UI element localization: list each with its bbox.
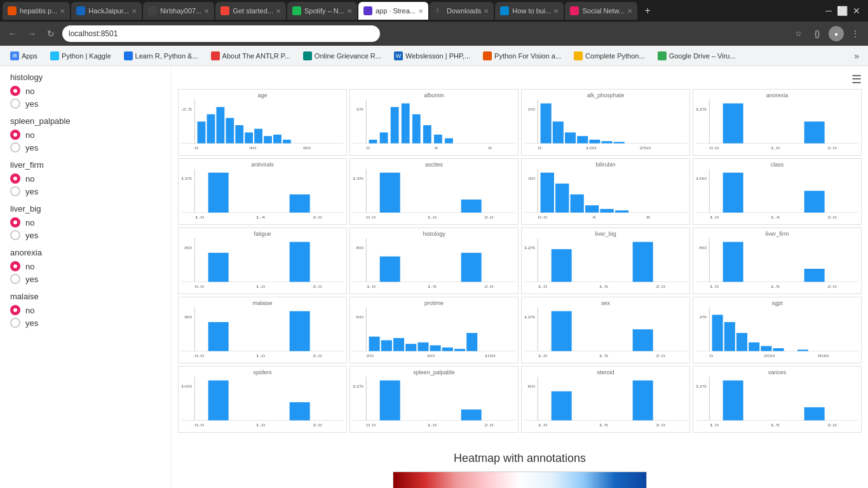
tab-bar: hepatitis p... ✕ HackJaipur... ✕ Nirbhay… bbox=[0, 0, 868, 22]
histogram-grid: age 0 40 80 12.5 bbox=[178, 89, 862, 433]
malaise-no-radio[interactable] bbox=[10, 305, 20, 315]
svg-rect-131 bbox=[393, 338, 404, 351]
histogram-varices-title: varices bbox=[696, 369, 858, 376]
liver-big-no-option[interactable]: no bbox=[10, 217, 161, 227]
tab-6[interactable]: app · Strea... ✕ bbox=[358, 2, 428, 20]
bookmark-antlr[interactable]: About The ANTLR P... bbox=[206, 50, 295, 62]
histogram-malaise-chart: 0.0 1.0 2.0 80 bbox=[181, 308, 344, 358]
anorexia-label: anorexia bbox=[10, 248, 161, 257]
histology-no-option[interactable]: no bbox=[10, 86, 161, 96]
liver-big-yes-radio[interactable] bbox=[10, 230, 20, 240]
svg-text:8: 8 bbox=[646, 215, 650, 219]
histogram-alk-phosphate-chart: 0 100 250 20 bbox=[524, 100, 687, 151]
close-button[interactable]: ✕ bbox=[853, 6, 860, 16]
svg-text:1.0: 1.0 bbox=[709, 215, 719, 219]
histogram-liver-firm-title: liver_firm bbox=[696, 231, 858, 237]
tab-9-label: Social Netw... bbox=[582, 7, 625, 15]
histogram-steroid-title: steroid bbox=[524, 369, 687, 376]
liver-firm-yes-option[interactable]: yes bbox=[10, 186, 161, 196]
bookmark-learnr[interactable]: Learn R, Python &... bbox=[119, 50, 203, 62]
back-button[interactable]: ← bbox=[5, 26, 20, 41]
bookmarks-more-button[interactable]: » bbox=[850, 50, 863, 62]
spleen-palpable-no-radio[interactable] bbox=[10, 130, 20, 140]
liver-firm-yes-radio[interactable] bbox=[10, 186, 20, 196]
spleen-palpable-yes-option[interactable]: yes bbox=[10, 142, 161, 152]
histology-yes-option[interactable]: yes bbox=[10, 98, 161, 109]
anorexia-no-option[interactable]: no bbox=[10, 261, 161, 271]
tab-6-close[interactable]: ✕ bbox=[418, 8, 423, 15]
anorexia-yes-radio[interactable] bbox=[10, 274, 20, 284]
hamburger-menu-icon[interactable]: ☰ bbox=[851, 72, 862, 86]
forward-button[interactable]: → bbox=[24, 26, 39, 41]
tab-5[interactable]: Spotify – N... ✕ bbox=[287, 2, 357, 20]
tab-4-close[interactable]: ✕ bbox=[276, 8, 281, 15]
bookmark-antlr-label: About The ANTLR P... bbox=[222, 52, 290, 60]
tab-9[interactable]: Social Netw... ✕ bbox=[565, 2, 637, 20]
malaise-no-option[interactable]: no bbox=[10, 305, 161, 315]
refresh-button[interactable]: ↻ bbox=[43, 26, 58, 41]
bookmark-python-vision[interactable]: Python For Vision a... bbox=[478, 50, 566, 62]
svg-rect-70 bbox=[555, 184, 569, 213]
bookmark-webslesson[interactable]: W Webslesson | PHP,... bbox=[389, 50, 475, 62]
bookmark-kaggle[interactable]: Python | Kaggle bbox=[45, 50, 116, 62]
svg-text:30: 30 bbox=[527, 177, 535, 181]
bookmark-complete-python[interactable]: Complete Python... bbox=[569, 50, 650, 62]
tab-8-close[interactable]: ✕ bbox=[553, 8, 559, 15]
url-input[interactable]: localhost:8501 bbox=[62, 25, 380, 42]
histogram-antivirals-chart: 1.0 1.4 2.0 125 bbox=[181, 169, 344, 220]
tab-5-close[interactable]: ✕ bbox=[347, 8, 352, 15]
tab-9-close[interactable]: ✕ bbox=[627, 8, 632, 15]
tab-8[interactable]: How to bui... ✕ bbox=[495, 2, 564, 20]
svg-rect-153 bbox=[724, 322, 735, 351]
tab-1[interactable]: hepatitis p... ✕ bbox=[3, 2, 70, 20]
minimize-button[interactable]: ─ bbox=[825, 6, 832, 16]
histogram-ascites-chart: 0.0 1.0 2.0 135 bbox=[353, 169, 515, 220]
histogram-spiders: spiders 0.0 1.0 2.0 100 bbox=[178, 366, 347, 433]
bookmark-gdrive[interactable]: Google Drive – Viru... bbox=[653, 50, 741, 62]
bookmark-grievance[interactable]: Online Grievance R... bbox=[298, 50, 386, 62]
bookmark-apps[interactable]: ⊞ Apps bbox=[5, 50, 43, 62]
svg-rect-129 bbox=[369, 337, 380, 351]
liver-big-no-radio[interactable] bbox=[10, 217, 20, 227]
liver-firm-no-option[interactable]: no bbox=[10, 173, 161, 184]
extension-icon[interactable]: {} bbox=[810, 26, 825, 41]
svg-rect-173 bbox=[380, 381, 400, 421]
histology-no-radio[interactable] bbox=[10, 86, 20, 96]
bookmark-learnr-label: Learn R, Python &... bbox=[135, 52, 198, 60]
spleen-palpable-yes-radio[interactable] bbox=[10, 142, 20, 152]
tab-2-close[interactable]: ✕ bbox=[132, 8, 137, 15]
tab-2[interactable]: HackJaipur... ✕ bbox=[71, 2, 142, 20]
anorexia-no-radio[interactable] bbox=[10, 261, 20, 271]
histogram-fatigue-chart: 0.0 1.0 2.0 80 bbox=[181, 238, 344, 289]
bookmark-star-icon[interactable]: ☆ bbox=[790, 26, 806, 41]
svg-text:100: 100 bbox=[696, 177, 707, 181]
histogram-albumin-chart: 0 4 6 25 bbox=[353, 100, 515, 151]
liver-big-yes-option[interactable]: yes bbox=[10, 230, 161, 240]
histology-yes-radio[interactable] bbox=[10, 98, 20, 109]
histogram-protime-title: protime bbox=[353, 300, 515, 306]
histogram-protime-chart: 20 60 100 60 bbox=[353, 308, 515, 358]
malaise-yes-option[interactable]: yes bbox=[10, 318, 161, 328]
anorexia-yes-option[interactable]: yes bbox=[10, 274, 161, 284]
liver-firm-no-radio[interactable] bbox=[10, 173, 20, 184]
tab-7-close[interactable]: ✕ bbox=[484, 8, 489, 15]
svg-text:12.5: 12.5 bbox=[181, 107, 192, 112]
menu-icon[interactable]: ⋮ bbox=[848, 26, 863, 41]
new-tab-button[interactable]: + bbox=[639, 2, 656, 20]
svg-text:1.4: 1.4 bbox=[770, 215, 780, 219]
liver-big-yes-label: yes bbox=[25, 231, 38, 240]
tab-1-close[interactable]: ✕ bbox=[60, 8, 65, 15]
tab-4[interactable]: Get started... ✕ bbox=[215, 2, 286, 20]
tab-7[interactable]: ⬇ Downloads ✕ bbox=[430, 2, 494, 20]
profile-icon[interactable]: ● bbox=[829, 26, 844, 41]
tab-3[interactable]: Nirbhay007... ✕ bbox=[143, 2, 214, 20]
svg-rect-19 bbox=[380, 132, 388, 143]
tab-8-label: How to bui... bbox=[512, 7, 551, 15]
webslesson-favicon: W bbox=[394, 51, 403, 60]
tab-3-close[interactable]: ✕ bbox=[204, 8, 209, 15]
malaise-yes-radio[interactable] bbox=[10, 318, 20, 328]
svg-rect-154 bbox=[736, 333, 747, 351]
spleen-palpable-no-option[interactable]: no bbox=[10, 130, 161, 140]
svg-rect-145 bbox=[633, 329, 653, 351]
maximize-button[interactable]: ⬜ bbox=[837, 6, 848, 16]
